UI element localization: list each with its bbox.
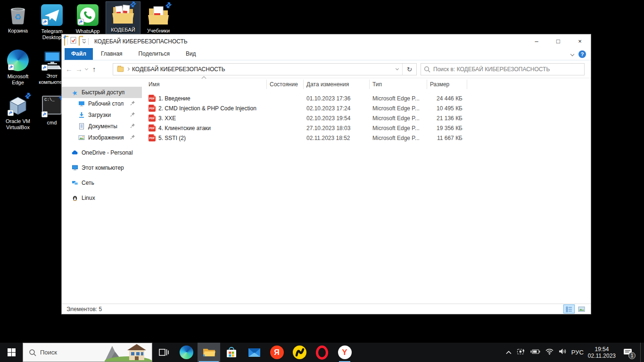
tab-file[interactable]: Файл bbox=[65, 48, 93, 60]
search-icon bbox=[424, 66, 430, 73]
customize-quick-access-button[interactable] bbox=[82, 40, 86, 43]
hidden-icons-chevron[interactable] bbox=[505, 348, 512, 357]
desktop-icon-edge[interactable]: Microsoft Edge bbox=[1, 48, 35, 87]
cmd-icon: C:\_ ⇄ bbox=[41, 96, 63, 118]
up-button[interactable]: ↑ bbox=[92, 65, 96, 73]
sidebar-item-linux[interactable]: Linux bbox=[62, 192, 142, 204]
thumbnails-view-button[interactable] bbox=[576, 304, 587, 313]
show-desktop-button[interactable] bbox=[640, 343, 643, 362]
maximize-button[interactable]: □ bbox=[547, 34, 569, 48]
desktop-icon-recycle-bin[interactable]: ♻ Корзина bbox=[1, 3, 35, 35]
tray-device-icon[interactable] bbox=[516, 348, 525, 357]
file-row[interactable]: PDF3. XXE 02.10.2023 19:54 Microsoft Edg… bbox=[147, 113, 591, 123]
address-bar[interactable]: КОДЕБАЙ КИБЕРБЕЗОПАСНОСТЬ ↻ bbox=[113, 63, 417, 75]
onedrive-cloud-icon bbox=[71, 149, 78, 156]
sidebar-item-desktop[interactable]: Рабочий стол bbox=[62, 98, 142, 109]
column-header-type[interactable]: Тип bbox=[370, 80, 427, 89]
details-view-button[interactable] bbox=[563, 304, 575, 313]
taskbar-explorer-button[interactable] bbox=[198, 343, 220, 362]
help-icon[interactable]: ? bbox=[578, 50, 586, 58]
sidebar-item-label: Быстрый доступ bbox=[82, 89, 124, 96]
refresh-button[interactable]: ↻ bbox=[402, 64, 416, 75]
tab-view[interactable]: Вид bbox=[178, 48, 204, 60]
start-button[interactable] bbox=[0, 343, 23, 362]
file-name: 3. XXE bbox=[158, 115, 176, 122]
taskbar-search-box[interactable] bbox=[23, 343, 152, 362]
close-button[interactable]: × bbox=[569, 34, 591, 48]
shortcut-arrow-icon bbox=[8, 64, 14, 70]
address-dropdown-icon[interactable] bbox=[396, 67, 399, 70]
column-header-size[interactable]: Размер bbox=[427, 80, 467, 89]
new-folder-button[interactable] bbox=[79, 37, 80, 46]
file-explorer-icon bbox=[203, 347, 215, 358]
file-row[interactable]: PDF5. SSTI (2) 02.11.2023 18:52 Microsof… bbox=[147, 133, 591, 143]
task-view-button[interactable] bbox=[152, 343, 175, 362]
file-row[interactable]: PDF2. CMD Injection & PHP Code Injection… bbox=[147, 103, 591, 113]
taskbar-edge-button[interactable] bbox=[175, 343, 198, 362]
file-type: Microsoft Edge P... bbox=[370, 95, 427, 102]
notification-badge: 1 bbox=[628, 352, 636, 359]
column-header-name[interactable]: Имя bbox=[147, 80, 267, 89]
taskbar-yandex-browser-button[interactable]: Y bbox=[333, 343, 356, 362]
desktop-icon-virtualbox[interactable]: ⇄ Oracle VM VirtualBox bbox=[1, 93, 35, 132]
pin-icon[interactable] bbox=[130, 112, 135, 118]
sidebar-item-this-pc[interactable]: Этот компьютер bbox=[62, 162, 142, 173]
ribbon-tabs: Файл Главная Поделиться Вид ? bbox=[62, 48, 591, 60]
pin-icon[interactable] bbox=[130, 100, 135, 107]
explorer-search-input[interactable] bbox=[433, 66, 581, 73]
edge-icon bbox=[180, 346, 193, 359]
breadcrumb-chevron-icon[interactable] bbox=[126, 67, 130, 71]
pin-icon[interactable] bbox=[130, 123, 135, 130]
breadcrumb-path[interactable]: КОДЕБАЙ КИБЕРБЕЗОПАСНОСТЬ bbox=[132, 66, 225, 73]
forward-button[interactable]: → bbox=[75, 65, 83, 73]
taskbar-mail-button[interactable] bbox=[243, 343, 265, 362]
file-name: 2. CMD Injection & PHP Code Injection bbox=[158, 105, 256, 112]
recent-locations-icon[interactable] bbox=[85, 66, 88, 70]
properties-button[interactable] bbox=[70, 37, 76, 46]
minimize-button[interactable]: – bbox=[526, 34, 547, 48]
tab-home[interactable]: Главная bbox=[93, 48, 131, 60]
column-header-status[interactable]: Состояние bbox=[267, 80, 304, 89]
taskbar-opera-button[interactable] bbox=[311, 343, 333, 362]
taskbar-yellow-app-button[interactable] bbox=[288, 343, 311, 362]
taskbar-store-button[interactable] bbox=[220, 343, 243, 362]
pin-icon[interactable] bbox=[130, 134, 135, 141]
microsoft-store-icon bbox=[225, 346, 238, 359]
tab-share[interactable]: Поделиться bbox=[131, 48, 178, 60]
sidebar-item-quick-access[interactable]: ★ Быстрый доступ bbox=[62, 87, 142, 98]
file-row[interactable]: PDF4. Клиентские атаки 27.10.2023 18:03 … bbox=[147, 123, 591, 133]
sidebar-item-onedrive[interactable]: OneDrive - Personal bbox=[62, 147, 142, 158]
explorer-window: ⇄ КОДЕБАЙ КИБЕРБЕЗОПАСНОСТЬ – □ × Файл Г… bbox=[61, 34, 591, 314]
file-row[interactable]: PDF1. Введение 01.10.2023 17:36 Microsof… bbox=[147, 93, 591, 103]
desktop-icon-uchebniki[interactable]: ⇄ Учебники bbox=[141, 3, 175, 35]
language-indicator[interactable]: РУС bbox=[571, 349, 584, 356]
volume-icon[interactable] bbox=[558, 348, 567, 357]
column-header-modified[interactable]: Дата изменения bbox=[304, 80, 370, 89]
desktop-icon-whatsapp[interactable]: WhatsApp bbox=[71, 3, 105, 36]
search-box[interactable] bbox=[421, 63, 585, 75]
expand-ribbon-icon[interactable] bbox=[570, 52, 574, 56]
system-tray: РУС 19:54 02.11.2023 1 bbox=[505, 343, 644, 362]
sidebar-item-network[interactable]: Сеть bbox=[62, 177, 142, 189]
file-modified: 02.11.2023 18:52 bbox=[304, 135, 370, 141]
documents-icon bbox=[78, 123, 85, 130]
file-size: 19 356 КБ bbox=[427, 125, 467, 132]
battery-charging-icon[interactable] bbox=[529, 348, 541, 357]
file-rows: PDF1. Введение 01.10.2023 17:36 Microsof… bbox=[147, 93, 591, 143]
sidebar-item-pictures[interactable]: Изображения bbox=[62, 132, 142, 143]
back-button[interactable]: ← bbox=[66, 65, 73, 73]
file-size: 11 667 КБ bbox=[427, 135, 467, 141]
computer-icon bbox=[41, 49, 63, 72]
desktop-icon-label: Microsoft Edge bbox=[1, 74, 35, 86]
taskbar-search-input[interactable] bbox=[40, 349, 101, 356]
action-center-button[interactable]: 1 bbox=[620, 343, 636, 362]
wifi-icon[interactable] bbox=[545, 348, 554, 357]
items-count: Элементов: 5 bbox=[66, 306, 102, 313]
taskbar-yandex-button[interactable]: Я bbox=[265, 343, 288, 362]
taskbar: Я Y РУС 19:54 02.11.2023 1 bbox=[0, 343, 644, 362]
sidebar-item-label: OneDrive - Personal bbox=[82, 149, 133, 156]
taskbar-clock[interactable]: 19:54 02.11.2023 bbox=[588, 346, 616, 359]
sidebar-item-documents[interactable]: Документы bbox=[62, 121, 142, 132]
desktop-icon-kodebay[interactable]: ⇄ КОДЕБАЙ bbox=[106, 2, 140, 34]
sidebar-item-downloads[interactable]: Загрузки bbox=[62, 109, 142, 121]
